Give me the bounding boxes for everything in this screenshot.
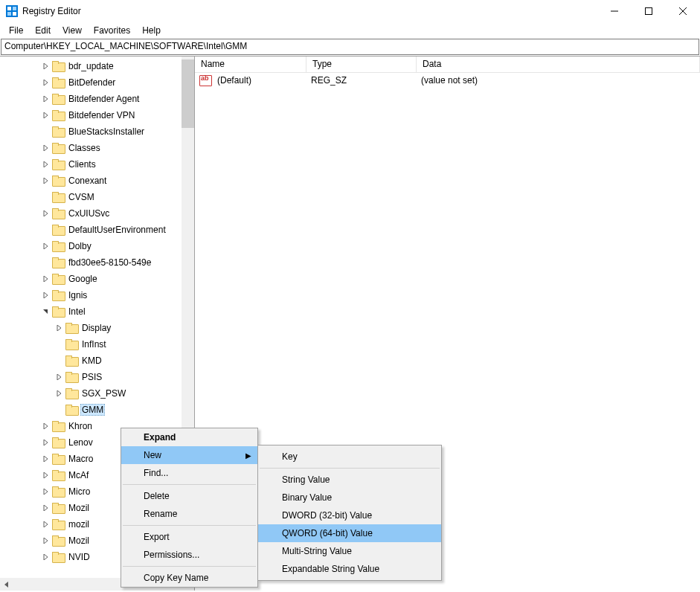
tree-item[interactable]: InfInst [0, 336, 194, 353]
tree-item[interactable]: bdr_update [0, 58, 194, 74]
chevron-right-icon[interactable] [40, 77, 51, 88]
svg-marker-26 [44, 456, 48, 462]
tree-item[interactable]: Dolby [0, 238, 194, 254]
ctx-new-multi[interactable]: Multi-String Value [258, 542, 441, 560]
chevron-right-icon[interactable] [40, 110, 51, 120]
ctx-new[interactable]: New ▶ [121, 446, 257, 464]
chevron-right-icon[interactable] [40, 437, 51, 448]
column-data[interactable]: Data [417, 57, 700, 72]
column-type[interactable]: Type [306, 57, 417, 72]
tree-item[interactable]: Ignis [0, 287, 194, 303]
ctx-rename[interactable]: Rename [121, 505, 257, 523]
chevron-right-icon[interactable] [40, 274, 51, 284]
tree-item-label: CxUIUSvc [67, 207, 111, 219]
chevron-right-icon[interactable] [40, 208, 51, 219]
tree-scroll-thumb[interactable] [182, 59, 194, 128]
chevron-right-icon[interactable] [40, 486, 51, 497]
menu-favorites[interactable]: Favorites [88, 24, 136, 37]
chevron-right-icon[interactable] [54, 323, 64, 333]
tree-item-label: Bitdefender VPN [67, 109, 136, 121]
chevron-right-icon[interactable] [40, 94, 51, 104]
tree-item[interactable]: Clients [0, 156, 194, 173]
svg-marker-33 [4, 582, 8, 588]
tree-item[interactable]: Intel [0, 303, 194, 320]
address-bar[interactable]: Computer\HKEY_LOCAL_MACHINE\SOFTWARE\Int… [1, 39, 699, 55]
tree-item[interactable]: Bitdefender Agent [0, 91, 194, 107]
ctx-new-binary[interactable]: Binary Value [258, 489, 441, 506]
tree-item[interactable]: CxUIUSvc [0, 205, 194, 222]
chevron-right-icon[interactable] [40, 176, 51, 186]
folder-icon [52, 503, 64, 513]
cell-name: (Default) [211, 75, 305, 86]
tree-item[interactable]: PSIS [0, 369, 194, 385]
tree-item[interactable]: BitDefender [0, 74, 194, 91]
chevron-right-icon[interactable] [40, 535, 51, 546]
chevron-right-icon[interactable] [40, 290, 51, 300]
tree-item-label: Display [80, 322, 112, 334]
chevron-right-icon[interactable] [40, 159, 51, 170]
tree-item[interactable]: Display [0, 320, 194, 336]
ctx-copy-key-name[interactable]: Copy Key Name [121, 569, 257, 587]
menu-view[interactable]: View [57, 24, 88, 37]
menu-file[interactable]: File [3, 24, 29, 37]
tree-item[interactable]: Classes [0, 140, 194, 156]
ctx-new-dword[interactable]: DWORD (32-bit) Value [258, 506, 441, 524]
tree-item[interactable]: Google [0, 271, 194, 287]
tree-item[interactable]: KMD [0, 353, 194, 369]
menubar: File Edit View Favorites Help [0, 22, 700, 38]
tree-item[interactable]: CVSM [0, 189, 194, 205]
ctx-permissions[interactable]: Permissions... [121, 546, 257, 564]
list-row[interactable]: (Default) REG_SZ (value not set) [195, 73, 700, 88]
tree-item-label: fbd30ee5-8150-549e [67, 257, 152, 268]
folder-icon [65, 372, 77, 382]
chevron-right-icon[interactable] [40, 241, 51, 251]
svg-marker-15 [44, 178, 48, 184]
chevron-down-icon[interactable] [40, 306, 51, 317]
tree-item-label: Mozil [67, 535, 91, 547]
expander-placeholder [40, 192, 51, 202]
tree-item[interactable]: GMM [0, 402, 194, 418]
tree-item[interactable]: DefaultUserEnvironment [0, 222, 194, 238]
tree-item[interactable]: fbd30ee5-8150-549e [0, 254, 194, 271]
ctx-delete[interactable]: Delete [121, 487, 257, 505]
ctx-new-key[interactable]: Key [258, 448, 441, 466]
chevron-right-icon[interactable] [54, 372, 64, 382]
maximize-button[interactable] [632, 0, 666, 22]
chevron-right-icon[interactable] [40, 61, 51, 71]
tree-item[interactable]: SGX_PSW [0, 385, 194, 402]
ctx-find[interactable]: Find... [121, 464, 257, 482]
ctx-expand[interactable]: Expand [121, 428, 257, 446]
chevron-right-icon[interactable] [54, 388, 64, 399]
svg-rect-6 [646, 7, 652, 14]
svg-marker-19 [44, 292, 48, 298]
context-submenu-new: Key String Value Binary Value DWORD (32-… [257, 445, 442, 581]
minimize-button[interactable] [597, 0, 632, 22]
tree-item-label: InfInst [80, 338, 108, 350]
menu-help[interactable]: Help [136, 24, 167, 37]
chevron-right-icon[interactable] [40, 503, 51, 513]
close-button[interactable] [666, 0, 700, 22]
chevron-right-icon[interactable] [40, 454, 51, 464]
expander-placeholder [54, 339, 64, 350]
chevron-right-icon[interactable] [40, 470, 51, 480]
folder-icon [52, 143, 64, 153]
menu-edit[interactable]: Edit [29, 24, 57, 37]
folder-icon [52, 241, 64, 251]
expander-placeholder [40, 225, 51, 235]
chevron-right-icon[interactable] [40, 421, 51, 431]
column-name[interactable]: Name [195, 57, 306, 72]
tree-item[interactable]: Conexant [0, 173, 194, 189]
ctx-new-qword[interactable]: QWORD (64-bit) Value [258, 524, 441, 542]
chevron-right-icon[interactable] [40, 519, 51, 530]
ctx-new-expandable[interactable]: Expandable String Value [258, 560, 441, 578]
folder-icon [52, 437, 64, 448]
svg-marker-25 [44, 440, 48, 445]
ctx-new-string[interactable]: String Value [258, 471, 441, 489]
tree-item[interactable]: Bitdefender VPN [0, 107, 194, 123]
chevron-right-icon[interactable] [40, 143, 51, 153]
tree-item-label: Micro [67, 486, 91, 498]
ctx-export[interactable]: Export [121, 528, 257, 546]
chevron-right-icon[interactable] [40, 552, 51, 562]
scroll-left-icon[interactable] [0, 578, 13, 591]
tree-item[interactable]: BlueStacksInstaller [0, 123, 194, 140]
